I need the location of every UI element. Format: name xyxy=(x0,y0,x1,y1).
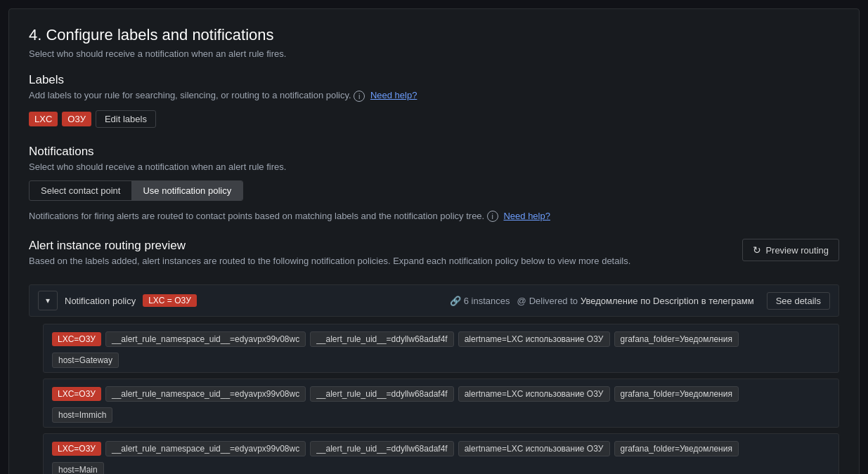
collapse-button[interactable]: ▾ xyxy=(38,291,58,310)
instances-container: LXC=О3У __alert_rule_namespace_uid__=edy… xyxy=(29,324,839,474)
delivered-info: @ Delivered to Уведомление по Descriptio… xyxy=(517,296,753,306)
routing-section: Alert instance routing preview Based on … xyxy=(29,239,839,474)
notifications-help-link[interactable]: Need help? xyxy=(503,211,550,221)
instance-tag-main: LXC=О3У xyxy=(52,332,101,346)
notifications-info: Notifications for firing alerts are rout… xyxy=(29,211,839,223)
label-tag-lxc: LXC xyxy=(29,112,58,126)
instance-row: LXC=О3У __alert_rule_namespace_uid__=edy… xyxy=(43,433,839,474)
refresh-icon: ↻ xyxy=(753,244,761,256)
notifications-section: Notifications Select who should receive … xyxy=(29,145,839,223)
instance-tag-host: host=Gateway xyxy=(52,353,119,368)
instance-tag-uid: __alert_rule_uid__=ddyllw68adaf4f xyxy=(310,441,453,456)
labels-desc: Add labels to your rule for searching, s… xyxy=(29,90,839,102)
page-subtitle: Select who should receive a notification… xyxy=(29,48,839,59)
info-icon-notif: i xyxy=(487,211,498,222)
notifications-desc: Select who should receive a notification… xyxy=(29,162,839,172)
instance-tag-alertname: alertname=LXC использование О3У xyxy=(458,331,610,347)
tab-contact-point[interactable]: Select contact point xyxy=(30,181,131,200)
delivered-label: Delivered to xyxy=(529,296,578,306)
notifications-title: Notifications xyxy=(29,145,839,159)
instance-tag-folder: grafana_folder=Уведомления xyxy=(614,441,739,456)
preview-routing-button[interactable]: ↻ Preview routing xyxy=(742,239,839,261)
instances-count: 6 instances xyxy=(464,296,510,306)
routing-desc: Based on the labels added, alert instanc… xyxy=(29,256,630,266)
instances-info: 🔗 6 instances xyxy=(450,296,510,306)
routing-title: Alert instance routing preview xyxy=(29,239,630,253)
edit-labels-button[interactable]: Edit labels xyxy=(96,110,156,128)
labels-section: Labels Add labels to your rule for searc… xyxy=(29,73,839,128)
policy-row: ▾ Notification policy LXC = О3У 🔗 6 inst… xyxy=(29,284,839,317)
info-icon: i xyxy=(354,91,365,102)
instance-tag-main: LXC=О3У xyxy=(52,442,101,456)
policy-tag: LXC = О3У xyxy=(143,294,197,307)
policy-label: Notification policy xyxy=(65,296,136,306)
tab-notification-policy[interactable]: Use notification policy xyxy=(131,181,242,200)
labels-title: Labels xyxy=(29,73,839,87)
page-title: 4. Configure labels and notifications xyxy=(29,26,839,44)
instance-tag-ns: __alert_rule_namespace_uid__=edyavpx99v0… xyxy=(105,441,306,456)
instance-row: LXC=О3У __alert_rule_namespace_uid__=edy… xyxy=(43,378,839,428)
delivered-name: Уведомление по Description в телеграмм xyxy=(581,296,754,306)
instance-tag-alertname: alertname=LXC использование О3У xyxy=(458,386,610,402)
label-tag-o3y: О3У xyxy=(62,112,91,126)
instance-tag-ns: __alert_rule_namespace_uid__=edyavpx99v0… xyxy=(105,386,306,402)
instance-row: LXC=О3У __alert_rule_namespace_uid__=edy… xyxy=(43,324,839,373)
instance-tag-main: LXC=О3У xyxy=(52,387,101,401)
instance-tag-uid: __alert_rule_uid__=ddyllw68adaf4f xyxy=(310,386,453,402)
instance-tag-ns: __alert_rule_namespace_uid__=edyavpx99v0… xyxy=(105,331,306,347)
notification-tabs: Select contact point Use notification po… xyxy=(29,180,243,201)
routing-header-left: Alert instance routing preview Based on … xyxy=(29,239,630,275)
instance-tag-host: host=Main xyxy=(52,462,104,474)
label-tags-container: LXC О3У Edit labels xyxy=(29,110,839,128)
see-details-button[interactable]: See details xyxy=(767,292,830,310)
instance-tag-alertname: alertname=LXC использование О3У xyxy=(458,441,610,456)
instance-tag-folder: grafana_folder=Уведомления xyxy=(614,331,739,347)
routing-header: Alert instance routing preview Based on … xyxy=(29,239,839,275)
link-icon: 🔗 xyxy=(450,296,461,306)
at-icon: @ xyxy=(517,296,526,306)
instance-tag-host: host=Immich xyxy=(52,407,112,423)
chevron-down-icon: ▾ xyxy=(46,296,50,305)
labels-help-link[interactable]: Need help? xyxy=(370,90,417,100)
instance-tag-uid: __alert_rule_uid__=ddyllw68adaf4f xyxy=(310,331,453,347)
instance-tag-folder: grafana_folder=Уведомления xyxy=(614,386,739,402)
